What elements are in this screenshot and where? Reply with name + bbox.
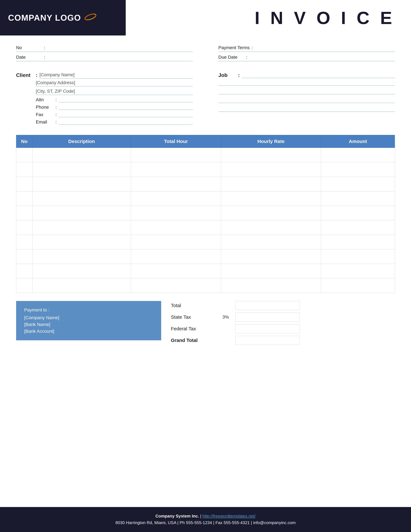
col-description-header: Description bbox=[32, 135, 131, 148]
logo-text: COMPANY LOGO bbox=[8, 12, 97, 23]
cell-hourly-rate bbox=[221, 278, 321, 293]
total-row: Total bbox=[171, 301, 395, 310]
cell-no bbox=[16, 235, 32, 249]
col-total-hour-header: Total Hour bbox=[131, 135, 221, 148]
total-value-box bbox=[235, 301, 300, 310]
payment-section: Payment to : [Company Name] [Bank Name] … bbox=[16, 301, 161, 340]
bottom-section: Payment to : [Company Name] [Bank Name] … bbox=[16, 301, 395, 347]
client-phone-row: Phone : bbox=[36, 105, 193, 110]
job-line-3 bbox=[218, 88, 395, 94]
attn-value bbox=[59, 97, 193, 102]
cell-amount bbox=[321, 278, 395, 293]
col-hourly-rate-header: Hourly Rate bbox=[221, 135, 321, 148]
top-fields-left: No : Date : bbox=[16, 45, 206, 64]
grand-total-label: Grand Total bbox=[171, 338, 223, 343]
table-row bbox=[16, 162, 395, 177]
cell-amount bbox=[321, 177, 395, 191]
cell-amount bbox=[321, 249, 395, 264]
date-value bbox=[47, 55, 193, 60]
table-row bbox=[16, 249, 395, 264]
table-header-row: No Description Total Hour Hourly Rate Am… bbox=[16, 135, 395, 148]
job-line-4 bbox=[218, 97, 395, 103]
table-row bbox=[16, 278, 395, 293]
no-value bbox=[47, 45, 193, 50]
cell-description bbox=[32, 148, 131, 162]
client-city-zip: [City, ST, ZIP Code] bbox=[36, 89, 193, 95]
table-row bbox=[16, 177, 395, 191]
state-tax-row: State Tax 3% bbox=[171, 313, 395, 322]
invoice-title: I N V O I C E bbox=[255, 8, 395, 28]
cell-no bbox=[16, 264, 32, 278]
federal-tax-value-box bbox=[235, 324, 300, 333]
payment-terms-label: Payment Terms bbox=[218, 45, 250, 50]
table-row bbox=[16, 220, 395, 235]
payment-terms-row: Payment Terms : bbox=[218, 45, 395, 52]
phone-value bbox=[59, 105, 193, 110]
due-date-row: Due Date : bbox=[218, 55, 395, 61]
cell-total-hour bbox=[131, 220, 221, 235]
attn-colon: : bbox=[56, 97, 57, 102]
totals-section: Total State Tax 3% Federal Tax Grand Tot… bbox=[171, 301, 395, 347]
cell-hourly-rate bbox=[221, 191, 321, 206]
job-header: Job : bbox=[218, 72, 395, 78]
payment-terms-value bbox=[255, 45, 395, 50]
state-tax-value-box bbox=[235, 313, 300, 322]
job-line-2 bbox=[218, 80, 395, 86]
cell-amount bbox=[321, 235, 395, 249]
cell-hourly-rate bbox=[221, 206, 321, 220]
footer-separator: | bbox=[200, 514, 202, 518]
cell-description bbox=[32, 162, 131, 177]
payment-bank-name: [Bank Name] bbox=[24, 322, 153, 327]
table-row bbox=[16, 191, 395, 206]
cell-description bbox=[32, 191, 131, 206]
cell-no bbox=[16, 191, 32, 206]
table-row bbox=[16, 148, 395, 162]
client-company-address: [Company Address] bbox=[36, 80, 193, 86]
cell-total-hour bbox=[131, 249, 221, 264]
cell-no bbox=[16, 206, 32, 220]
footer-company: Company System Inc. bbox=[156, 514, 199, 518]
cell-description bbox=[32, 206, 131, 220]
client-email-row: Email : bbox=[36, 119, 193, 125]
email-value bbox=[59, 119, 193, 125]
payment-company-name: [Company Name] bbox=[24, 315, 153, 320]
job-label: Job bbox=[218, 72, 236, 78]
cell-hourly-rate bbox=[221, 249, 321, 264]
cell-no bbox=[16, 220, 32, 235]
phone-label: Phone bbox=[36, 105, 54, 110]
client-label: Client bbox=[16, 72, 34, 78]
table-row bbox=[16, 264, 395, 278]
invoice-table: No Description Total Hour Hourly Rate Am… bbox=[16, 135, 395, 293]
cell-no bbox=[16, 177, 32, 191]
cell-description bbox=[32, 220, 131, 235]
federal-tax-label: Federal Tax bbox=[171, 326, 223, 332]
invoice-title-section: I N V O I C E bbox=[126, 0, 411, 36]
footer-line-1: Company System Inc. | http://freewordtem… bbox=[6, 513, 405, 520]
cell-hourly-rate bbox=[221, 264, 321, 278]
payment-to-label: Payment to : bbox=[24, 307, 153, 313]
date-label: Date bbox=[16, 55, 42, 60]
fax-label: Fax bbox=[36, 112, 54, 117]
cell-no bbox=[16, 162, 32, 177]
cell-total-hour bbox=[131, 162, 221, 177]
date-field-row: Date : bbox=[16, 55, 193, 61]
no-colon: : bbox=[44, 45, 45, 50]
cell-description bbox=[32, 177, 131, 191]
due-date-colon: : bbox=[246, 55, 247, 60]
payment-bank-account: [Bank Account] bbox=[24, 329, 153, 334]
no-field-row: No : bbox=[16, 45, 193, 52]
cell-hourly-rate bbox=[221, 235, 321, 249]
cell-no bbox=[16, 249, 32, 264]
grand-total-value-box bbox=[235, 336, 300, 345]
cell-hourly-rate bbox=[221, 162, 321, 177]
due-date-value bbox=[249, 55, 395, 60]
job-lines bbox=[218, 80, 395, 112]
cell-total-hour bbox=[131, 177, 221, 191]
page-footer: Company System Inc. | http://freewordtem… bbox=[0, 507, 411, 532]
fax-colon: : bbox=[56, 112, 57, 117]
job-line-5 bbox=[218, 106, 395, 112]
logo-section: COMPANY LOGO bbox=[0, 0, 126, 36]
table-row bbox=[16, 206, 395, 220]
cell-description bbox=[32, 278, 131, 293]
cell-total-hour bbox=[131, 206, 221, 220]
